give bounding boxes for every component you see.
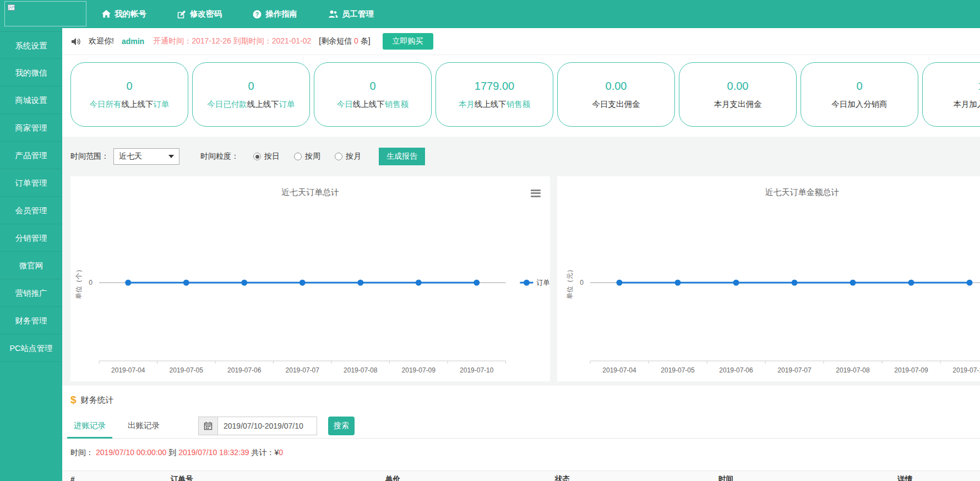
sidebar-item-my-wechat[interactable]: 我的微信: [0, 59, 62, 87]
svg-text:2019-07-06: 2019-07-06: [227, 366, 262, 374]
total-value: 0: [279, 448, 283, 457]
svg-text:0: 0: [580, 279, 584, 287]
stat-label: 本月支出佣金: [714, 99, 762, 110]
sidebar-item-merchant-mgmt[interactable]: 商家管理: [0, 114, 62, 142]
sidebar-item-micro-site[interactable]: 微官网: [0, 252, 62, 279]
top-header: 我的帐号 修改密码 ? 操作指南 员工管理: [0, 0, 980, 28]
radio-label: 按周: [305, 152, 320, 161]
nav-label: 操作指南: [265, 9, 297, 19]
date-range-input[interactable]: [218, 417, 317, 435]
radio-icon: [335, 153, 342, 160]
buy-now-button[interactable]: 立即购买: [383, 33, 433, 50]
app-window: 我的帐号 修改密码 ? 操作指南 员工管理 系统设置 我的微信 商城设置 商家管…: [0, 0, 980, 481]
nav-guide[interactable]: ? 操作指南: [253, 9, 297, 19]
main-content: 欢迎你! admin 开通时间：2017-12-26 到期时间：2021-01-…: [62, 28, 980, 481]
stat-label: 今日已付款线上线下订单: [207, 99, 295, 110]
stat-label: 今日线上线下销售额: [337, 99, 409, 110]
question-icon: ?: [253, 10, 262, 19]
svg-text:2019-07-09: 2019-07-09: [402, 366, 436, 374]
chevron-down-icon: [168, 155, 174, 158]
stat-value: 1: [978, 80, 980, 93]
radio-by-day[interactable]: 按日: [253, 152, 280, 161]
sidebar-item-distribution-mgmt[interactable]: 分销管理: [0, 224, 62, 252]
sidebar: 系统设置 我的微信 商城设置 商家管理 产品管理 订单管理 会员管理 分销管理 …: [0, 28, 62, 481]
time-range-label: 时间范围：: [70, 152, 109, 161]
stat-card-today-distributors: 0 今日加入分销商: [801, 62, 918, 127]
finance-title-text: 财务统计: [81, 395, 114, 406]
svg-text:2019-07-05: 2019-07-05: [661, 366, 695, 374]
search-button[interactable]: 搜索: [328, 417, 355, 435]
generate-report-button[interactable]: 生成报告: [379, 148, 425, 165]
stat-value: 0: [369, 80, 375, 93]
data-point: [416, 280, 422, 286]
stat-label: 今日所有线上线下订单: [90, 99, 170, 110]
nav-staff[interactable]: 员工管理: [328, 9, 374, 19]
nav-label: 修改密码: [190, 9, 222, 19]
edit-icon: [177, 10, 186, 19]
orders-line-chart: 0单位（个）2019-07-042019-07-052019-07-062019…: [70, 176, 550, 381]
svg-text:?: ?: [255, 10, 259, 17]
data-point: [617, 280, 623, 286]
svg-text:2019-07-09: 2019-07-09: [894, 366, 928, 374]
dollar-icon: $: [70, 394, 77, 406]
data-point: [850, 280, 856, 286]
svg-text:2019-07-10: 2019-07-10: [460, 366, 494, 374]
stat-value: 0.00: [606, 80, 627, 93]
legend-marker-dot[interactable]: [524, 280, 530, 286]
orders-chart-panel: 近七天订单总计 0单位（个）2019-07-042019-07-052019-0…: [70, 176, 550, 381]
stat-card-today-commission: 0.00 今日支出佣金: [557, 62, 675, 127]
welcome-bar: 欢迎你! admin 开通时间：2017-12-26 到期时间：2021-01-…: [62, 28, 980, 55]
svg-text:2019-07-08: 2019-07-08: [344, 366, 378, 374]
time-end: 2019/07/10 18:32:39: [178, 448, 249, 457]
sidebar-item-member-mgmt[interactable]: 会员管理: [0, 197, 62, 224]
radio-icon: [294, 153, 302, 160]
radio-by-month[interactable]: 按月: [335, 152, 361, 161]
tab-income-records[interactable]: 进账记录: [70, 413, 109, 438]
username: admin: [122, 37, 144, 46]
stat-card-today-sales: 0 今日线上线下销售额: [314, 62, 432, 127]
svg-text:单位（元）: 单位（元）: [566, 266, 574, 299]
radio-label: 按日: [264, 152, 280, 161]
svg-text:0: 0: [89, 279, 92, 287]
svg-text:2019-07-10: 2019-07-10: [952, 366, 980, 374]
total-label: 共计：¥: [252, 448, 279, 457]
records-table-header: # 订单号 单价 状态 时间 详情: [62, 471, 980, 481]
home-icon: [102, 10, 111, 18]
data-point: [357, 280, 363, 286]
finance-section-title: $ 财务统计: [62, 386, 980, 413]
sidebar-item-marketing[interactable]: 营销推广: [0, 279, 62, 307]
nav-change-password[interactable]: 修改密码: [177, 9, 222, 19]
col-status: 状态: [555, 474, 718, 481]
granularity-label: 时间粒度：: [200, 152, 239, 161]
stat-card-today-orders: 0 今日所有线上线下订单: [70, 62, 188, 127]
svg-text:2019-07-06: 2019-07-06: [719, 366, 753, 374]
svg-text:2019-07-05: 2019-07-05: [170, 366, 204, 374]
sidebar-item-order-mgmt[interactable]: 订单管理: [0, 169, 62, 197]
data-point: [733, 280, 739, 286]
stat-card-month-commission: 0.00 本月支出佣金: [679, 62, 797, 127]
data-point: [792, 280, 798, 286]
svg-text:2019-07-07: 2019-07-07: [777, 366, 812, 374]
stat-card-month-sales: 1779.00 本月线上线下销售额: [435, 62, 553, 127]
time-label: 时间：: [70, 448, 94, 457]
sidebar-item-product-mgmt[interactable]: 产品管理: [0, 142, 62, 169]
radio-by-week[interactable]: 按周: [294, 152, 320, 161]
radio-label: 按月: [346, 152, 361, 161]
sidebar-item-mall-settings[interactable]: 商城设置: [0, 87, 62, 114]
data-point: [241, 280, 247, 286]
sms-remaining: [剩余短信 0 条]: [319, 36, 370, 46]
finance-section: $ 财务统计 进账记录 出账记录 搜索 时间： 2019/07/10 00:00…: [62, 386, 980, 481]
charts-row: 近七天订单总计 0单位（个）2019-07-042019-07-052019-0…: [70, 176, 980, 381]
sidebar-item-finance-mgmt[interactable]: 财务管理: [0, 307, 62, 334]
sidebar-item-system-settings[interactable]: 系统设置: [0, 31, 62, 59]
broken-image-icon: [7, 3, 16, 12]
tab-expense-records[interactable]: 出账记录: [124, 413, 163, 438]
report-filter-row: 时间范围： 近七天 时间粒度： 按日 按周 按月 生成报告: [62, 137, 980, 176]
sidebar-item-pc-site-mgmt[interactable]: PC站点管理: [0, 334, 62, 362]
nav-my-account[interactable]: 我的帐号: [102, 9, 146, 19]
time-range-select[interactable]: 近七天: [113, 148, 179, 165]
calendar-addon[interactable]: [198, 417, 218, 435]
data-point: [300, 280, 306, 286]
legend-label[interactable]: 订单: [537, 279, 550, 287]
calendar-icon: [204, 421, 213, 430]
